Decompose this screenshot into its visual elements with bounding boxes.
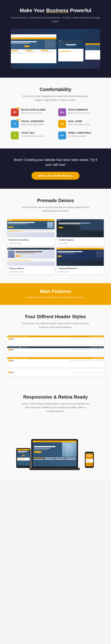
device-phone: K — [85, 452, 94, 468]
demo-sublabel-4: Modern Layout — [57, 271, 104, 274]
feature-revolution-text: REVOLUTION SLIDER Build Your Promo Slide… — [21, 108, 46, 114]
header-mockup-2: ☎ +1 234 567 8900 🕐 Mon-Fri: 9am-5pm Ful… — [7, 346, 104, 356]
feature-wpml-text: WPML COMPATIBLE For Multi languages — [68, 132, 91, 138]
features-grid: RS $25 REVOLUTION SLIDER Build Your Prom… — [11, 108, 100, 140]
laptop-inner: KROTH Home Services About Contact — [33, 440, 77, 466]
demo-sublabel-2: Dark Layout — [57, 242, 104, 246]
demo-card-2[interactable]: KROTH Discover — [57, 219, 104, 246]
mockup-small — [85, 43, 100, 60]
main-features-subtitle: Kroth covers lots of options to choose b… — [21, 296, 90, 300]
nav-items-3: Home Services About Us Projects Pages Bl… — [70, 360, 102, 361]
feature-revolution-slider: RS $25 REVOLUTION SLIDER Build Your Prom… — [11, 108, 53, 116]
cta-button[interactable]: ONE CLICK DEMO INSTALL — [31, 172, 80, 180]
nav-items-1: Home Services About Us Projects Pages Bl… — [70, 338, 102, 340]
tablet-home-btn — [22, 466, 24, 467]
hero-image: KROTH Home Services About Projects Get S… — [11, 29, 100, 69]
header-styles-title: Four Diffrent Header Styles — [7, 314, 104, 320]
kroth-logo-1: K ROTH — [9, 338, 14, 340]
demo-card-4[interactable]: KROTH Explore — [57, 248, 104, 274]
device-tablet: K More — [16, 448, 31, 468]
header-nav-2: K ROTH Home Services About Us Projects P… — [7, 348, 104, 352]
demo-preview-2: KROTH Discover — [57, 219, 104, 237]
device-laptop: KROTH Home Services About Contact — [31, 439, 80, 470]
header-mockup-1: ☎ +1 234 567 8900 ✉ info@example.com Ful… — [7, 336, 104, 344]
hero-section: Make Your Business Powerful Create busin… — [0, 0, 111, 78]
feature-mailchimp-text: MAIL CHIMP Build Subscription Forms — [68, 120, 90, 126]
header-styles-subtitle: Kroth covers four different header style… — [21, 322, 90, 329]
demos-title: Premade Demos — [7, 198, 104, 203]
kroth-logo-2: K ROTH — [9, 349, 14, 351]
demos-grid: KROTH Read More — [7, 219, 104, 274]
feature-woocommerce: Woo WOOCOMMERCE Build E-Commerce Shop — [58, 108, 100, 116]
kroth-logo-4: K ROTH — [9, 372, 14, 373]
responsive-title: Resposnsive & Retina Ready — [7, 394, 104, 400]
header-top-bar-2: ☎ +1 234 567 8900 🕐 Mon-Fri: 9am-5pm Ful… — [7, 346, 104, 348]
demo-card-3[interactable]: KROTH View More — [7, 248, 54, 274]
header-top-bar-1: ☎ +1 234 567 8900 ✉ info@example.com Ful… — [7, 336, 104, 337]
demo-card-1[interactable]: KROTH Read More — [7, 219, 54, 246]
comfort-subtitle: Our theme is well integrated and tested … — [21, 94, 90, 102]
laptop-screen: KROTH Home Services About Contact — [31, 439, 78, 468]
mailchimp-icon: ✉ — [58, 120, 66, 128]
phone-inner: K — [86, 452, 93, 466]
tablet-body: K More — [16, 448, 31, 468]
cta-section: Boom! Creating your website has never be… — [0, 148, 111, 189]
demos-section: Premade Demos In Kroth theme we've cover… — [0, 189, 111, 283]
header-top-bar-3: ☎ +1 234 567 8900 Full Width Address 📧 i… — [7, 357, 104, 359]
kroth-logo-3: K ROTH — [9, 360, 14, 362]
cta-text: Boom! Creating your website has never be… — [11, 158, 100, 167]
demo-sublabel-3: Professional Layout — [7, 271, 54, 274]
visual-composer-icon: VC $34 — [11, 120, 19, 128]
phone-home-btn — [89, 467, 90, 467]
devices-container: KROTH Home Services About Contact — [7, 420, 104, 470]
mockup-large: KROTH Home Services About Projects Get S… — [11, 34, 56, 63]
feature-vc-text: VISUAL COMPOSER Drag & Drop Page Builder — [21, 120, 44, 126]
main-features-title: Main Features — [11, 288, 100, 294]
main-features-section: Main Features Kroth covers lots of optio… — [0, 283, 111, 305]
demo-label-1: Business Consulting — [7, 237, 54, 242]
demo-preview-4: KROTH Explore — [57, 248, 104, 266]
demo-label-3: Finance Advisor — [7, 266, 54, 271]
demos-subtitle: In Kroth theme we've covered multi layou… — [21, 206, 90, 213]
comfort-section: Comfortability Our theme is well integra… — [0, 78, 111, 148]
demo-sublabel-1: Corporate Layout — [7, 242, 54, 246]
feature-wpml: WPML WPML COMPATIBLE For Multi languages — [58, 132, 100, 140]
demo-preview-3: KROTH View More — [7, 248, 54, 266]
demo-label-2: Creative Agency — [57, 237, 104, 242]
laptop-base — [29, 468, 80, 470]
feature-visual-composer: VC $34 VISUAL COMPOSER Drag & Drop Page … — [11, 120, 53, 128]
phone-body: K — [85, 452, 94, 468]
header-nav-1: K ROTH Home Services About Us Projects P… — [7, 337, 104, 341]
wpml-icon: WPML — [58, 132, 66, 140]
nav-items-4: Home Services About Us Projects Pages Ne… — [71, 372, 102, 373]
tablet-inner: K More — [17, 449, 30, 466]
demo-preview-1: KROTH Read More — [7, 219, 54, 237]
header-mockup-4: K ROTH Home Services About Us Projects P… — [7, 369, 104, 376]
header-nav-3: K ROTH Home Services About Us Projects P… — [7, 359, 104, 363]
header-mockup-3: ☎ +1 234 567 8900 Full Width Address 📧 i… — [7, 357, 104, 367]
feature-woo-text: WOOCOMMERCE Build E-Commerce Shop — [68, 108, 90, 114]
responsive-subtitle: Kroth is 100% device friendly theme, eac… — [21, 402, 90, 413]
nav-items-2: Home Services About Us Projects Pages Ne… — [71, 349, 102, 350]
responsive-section: Resposnsive & Retina Ready Kroth is 100%… — [0, 385, 111, 479]
header-mockups: ☎ +1 234 567 8900 ✉ info@example.com Ful… — [7, 336, 104, 376]
comfort-title: Comfortability — [11, 87, 100, 92]
yoast-icon: Y — [11, 132, 19, 140]
hero-subtitle: Create business, consulting & financial … — [11, 16, 100, 24]
header-nav-4: K ROTH Home Services About Us Projects P… — [7, 369, 104, 376]
feature-mailchimp: ✉ MAIL CHIMP Build Subscription Forms — [58, 120, 100, 128]
revolution-slider-icon: RS $25 — [11, 108, 19, 116]
feature-yoast-text: YOAST SEO For Getting Top in Search — [21, 132, 43, 138]
feature-yoast: Y YOAST SEO For Getting Top in Search — [11, 132, 53, 140]
header-styles-section: Four Diffrent Header Styles Kroth covers… — [0, 305, 111, 385]
hero-title: Make Your Business Powerful — [11, 7, 100, 14]
mockup-medium: KROTH — [58, 40, 83, 62]
demo-label-4: Corporate Business — [57, 266, 104, 271]
woocommerce-icon: Woo — [58, 108, 66, 116]
